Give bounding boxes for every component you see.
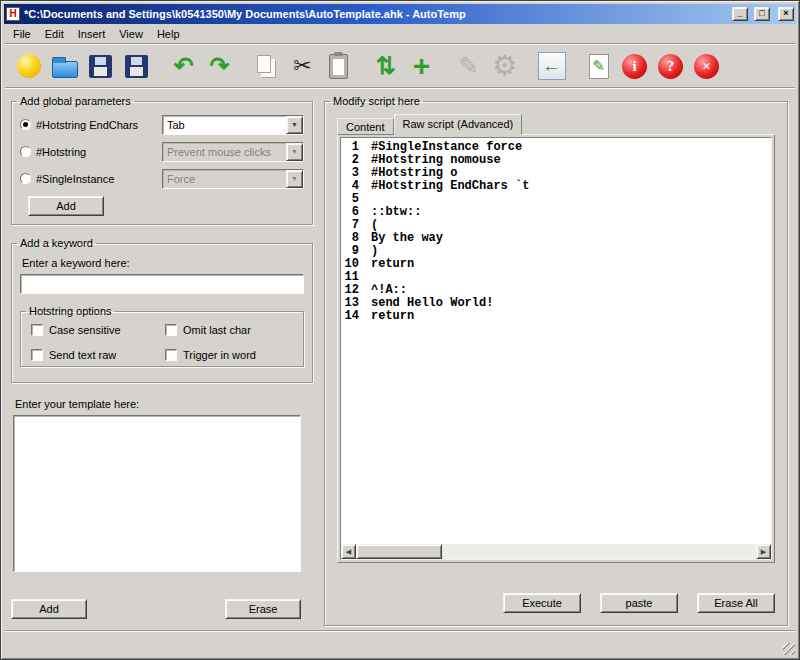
global-params-rows: #Hotstring EndCharsTab▼#HotstringPrevent… (12, 107, 312, 192)
menu-edit[interactable]: Edit (38, 26, 71, 42)
editor-line: 14return (341, 310, 771, 323)
add-toolbar-button[interactable]: + (405, 49, 438, 83)
dropdown-value: Force (163, 170, 286, 188)
code-text: #Hotstring EndChars `t (371, 180, 529, 193)
toolbar: ↶↷✂⇅+✎⚙←✎i?× (4, 45, 796, 87)
info-toolbar-button[interactable]: i (618, 49, 651, 83)
raw-script-tab-panel: 1#SingleInstance force2#Hotstring nomous… (337, 134, 775, 563)
code-text: return (371, 310, 414, 323)
back-arrow-toolbar-button[interactable]: ← (535, 49, 568, 83)
scroll-right-button[interactable]: ▶ (756, 544, 771, 559)
code-text: By the way (371, 232, 443, 245)
execute-button[interactable]: Execute (503, 593, 581, 613)
cut-toolbar-button[interactable]: ✂ (286, 49, 319, 83)
save-as-toolbar-button[interactable] (120, 49, 153, 83)
help-toolbar-button[interactable]: ? (654, 49, 687, 83)
paste-icon (329, 54, 348, 79)
edit-toolbar-button[interactable]: ✎ (452, 49, 485, 83)
left-panel: Add global parameters #Hotstring EndChar… (11, 95, 313, 626)
menu-view[interactable]: View (112, 26, 150, 42)
open-folder-toolbar-button[interactable] (48, 49, 81, 83)
checkbox-icon (31, 324, 43, 336)
app-window: H *C:\Documents and Settings\k0541350\My… (0, 0, 800, 660)
redo-toolbar-button[interactable]: ↷ (203, 49, 236, 83)
line-number: 14 (341, 310, 371, 323)
cut-icon: ✂ (293, 55, 311, 77)
window-title: *C:\Documents and Settings\k0541350\My D… (24, 8, 726, 20)
template-textarea[interactable] (13, 415, 301, 572)
checkbox-label: Case sensitive (49, 324, 121, 336)
right-panel: Modify script here ContentRaw script (Ad… (324, 95, 788, 626)
modify-script-toolbar-button[interactable]: ✎ (582, 49, 615, 83)
help-icon: ? (658, 54, 683, 79)
copy-icon (257, 55, 271, 73)
save-toolbar-button[interactable] (84, 49, 117, 83)
menu-help[interactable]: Help (150, 26, 187, 42)
checkbox-trigger-in-word[interactable]: Trigger in word (165, 349, 299, 361)
scroll-left-button[interactable]: ◀ (341, 544, 356, 559)
menubar: FileEditInsertViewHelp (4, 24, 796, 43)
close-button[interactable]: × (778, 7, 794, 21)
group-add-keyword: Add a keyword Enter a keyword here: Hots… (11, 237, 313, 383)
dropdown-force: Force▼ (162, 169, 304, 189)
script-editor[interactable]: 1#SingleInstance force2#Hotstring nomous… (340, 137, 772, 560)
group-hotstring-options: Hotstring options Case sensitiveOmit las… (20, 305, 304, 367)
chevron-down-icon[interactable]: ▼ (286, 116, 303, 134)
keyword-input[interactable] (20, 274, 304, 294)
editor-line: 6::btw:: (341, 206, 771, 219)
maximize-button[interactable]: □ (754, 7, 770, 21)
scroll-thumb[interactable] (356, 544, 442, 559)
tab-raw-script-advanced[interactable]: Raw script (Advanced) (394, 114, 523, 135)
global-param-row: #HotstringPrevent mouse clicks▼ (20, 138, 304, 165)
paste-button[interactable]: paste (600, 593, 678, 613)
template-label: Enter your template here: (15, 398, 313, 410)
app-icon: H (6, 7, 20, 21)
copy-toolbar-button[interactable] (250, 49, 283, 83)
scroll-track[interactable] (442, 544, 756, 559)
menu-insert[interactable]: Insert (71, 26, 113, 42)
exit-icon: × (694, 54, 719, 79)
checkbox-omit-last-char[interactable]: Omit last char (165, 324, 299, 336)
code-text: ::btw:: (371, 206, 421, 219)
radio-hotstring-endchars[interactable]: #Hotstring EndChars (20, 119, 162, 131)
checkbox-label: Send text raw (49, 349, 116, 361)
minimize-button[interactable]: _ (732, 7, 748, 21)
tab-content[interactable]: Content (337, 118, 394, 135)
settings-gear-toolbar-button[interactable]: ⚙ (488, 49, 521, 83)
tab-bar: ContentRaw script (Advanced) (337, 114, 522, 135)
template-erase-button[interactable]: Erase (225, 599, 301, 619)
checkbox-label: Trigger in word (183, 349, 256, 361)
status-bar (4, 632, 796, 656)
checkbox-case-sensitive[interactable]: Case sensitive (31, 324, 165, 336)
new-toolbar-button[interactable] (12, 49, 45, 83)
radio-hotstring[interactable]: #Hotstring (20, 146, 162, 158)
left-bottom-buttons: Add Erase (11, 599, 301, 619)
group-modify-script: Modify script here ContentRaw script (Ad… (324, 95, 788, 626)
redo-icon: ↷ (209, 54, 229, 78)
resize-grip-icon[interactable] (783, 643, 795, 655)
edit-icon: ✎ (458, 54, 478, 78)
undo-toolbar-button[interactable]: ↶ (167, 49, 200, 83)
titlebar: H *C:\Documents and Settings\k0541350\My… (4, 4, 796, 24)
back-arrow-icon: ← (538, 52, 566, 80)
menu-file[interactable]: File (6, 26, 38, 42)
global-add-button[interactable]: Add (28, 196, 104, 216)
template-add-button[interactable]: Add (11, 599, 87, 619)
checkbox-icon (165, 324, 177, 336)
horizontal-scrollbar[interactable]: ◀ ▶ (341, 544, 771, 559)
radio-button-icon (20, 119, 31, 130)
checkbox-icon (31, 349, 43, 361)
paste-toolbar-button[interactable] (322, 49, 355, 83)
radio-singleinstance[interactable]: #SingleInstance (20, 173, 162, 185)
dropdown-tab[interactable]: Tab▼ (162, 115, 304, 135)
refresh-toolbar-button[interactable]: ⇅ (369, 49, 402, 83)
editor-line: 10return (341, 258, 771, 271)
radio-label: #Hotstring EndChars (36, 119, 138, 131)
chevron-down-icon: ▼ (286, 143, 303, 161)
add-icon: + (413, 51, 431, 81)
open-folder-icon (52, 61, 78, 78)
script-action-buttons: ExecutepasteErase All (503, 593, 775, 613)
exit-toolbar-button[interactable]: × (690, 49, 723, 83)
checkbox-send-text-raw[interactable]: Send text raw (31, 349, 165, 361)
erase-all-button[interactable]: Erase All (697, 593, 775, 613)
